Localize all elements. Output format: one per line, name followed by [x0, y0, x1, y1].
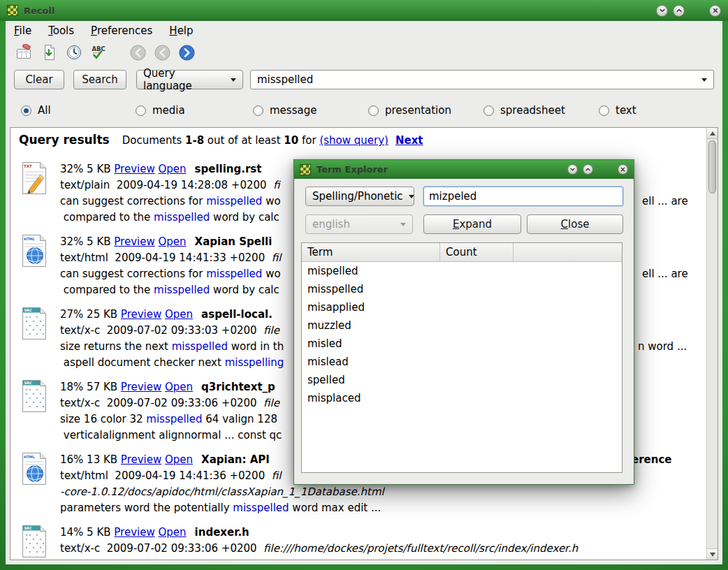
chevron-down-icon — [701, 78, 707, 82]
term-row[interactable]: misled — [302, 335, 622, 353]
open-link[interactable]: Open — [159, 163, 187, 175]
abstract-text: 64 valign 128 — [203, 413, 277, 425]
language-select[interactable]: english — [305, 214, 413, 234]
result-title: spelling.rst — [195, 163, 262, 175]
window-controls — [656, 5, 721, 17]
search-button[interactable]: Search — [73, 70, 126, 89]
result-meta: text/x-c 2009-07-02 09:33:06 +0200 file:… — [60, 541, 706, 557]
term-explorer-dialog: Term Explorer Spelling/Phonetic mizpeled… — [293, 159, 634, 485]
open-link[interactable]: Open — [165, 381, 193, 393]
close-icon[interactable] — [618, 164, 628, 175]
filter-all[interactable]: All — [21, 104, 51, 117]
radio-icon — [253, 105, 263, 116]
chevron-down-icon — [231, 78, 236, 82]
filter-text[interactable]: text — [599, 104, 636, 117]
term-row[interactable]: misapplied — [302, 298, 622, 316]
filter-spreadsheet[interactable]: spreadsheet — [483, 104, 565, 117]
filter-media[interactable]: media — [136, 104, 185, 117]
menu-file[interactable]: File — [14, 24, 31, 37]
svg-text:HTML: HTML — [24, 237, 36, 241]
match-term: misspelled — [146, 413, 202, 425]
term-input[interactable]: mizpeled — [423, 187, 623, 206]
close-icon[interactable] — [709, 5, 721, 17]
radio-icon — [599, 105, 609, 116]
chevron-down-icon — [400, 223, 406, 226]
term-row[interactable]: spelled — [302, 371, 622, 389]
recoll-logo-icon — [300, 164, 311, 175]
scroll-down-icon[interactable] — [707, 548, 718, 560]
result-abstract: -core-1.0.12/docs/apidoc/html/classXapia… — [60, 484, 706, 500]
svg-text:SRC: SRC — [24, 526, 32, 530]
language-value: english — [312, 218, 350, 231]
results-summary: Documents 1-8 out of at least 10 for (sh… — [122, 134, 423, 147]
open-link[interactable]: Open — [165, 453, 193, 466]
radio-icon — [483, 105, 494, 116]
term-row[interactable]: misplaced — [302, 389, 622, 407]
query-input-value: misspelled — [257, 73, 313, 86]
preview-link[interactable]: Preview — [114, 235, 154, 248]
clear-button[interactable]: Clear — [14, 70, 64, 89]
preview-link[interactable]: Preview — [121, 453, 161, 466]
result-title: q3richtext_p — [201, 381, 275, 393]
preview-link[interactable]: Preview — [121, 381, 161, 393]
term-row[interactable]: mispelled — [302, 262, 622, 280]
clear-search-icon[interactable] — [14, 43, 33, 62]
column-header-count[interactable]: Count — [440, 243, 514, 261]
abstract-text: word by calc — [210, 211, 279, 224]
open-link[interactable]: Open — [159, 526, 187, 539]
results-scrollbar[interactable] — [706, 128, 718, 560]
file-type-src-icon: SRC — [20, 525, 48, 558]
next-page-icon[interactable] — [177, 43, 196, 62]
occluded-text-fragment: ell ... are — [642, 193, 688, 210]
menu-help[interactable]: Help — [169, 24, 193, 37]
expansion-mode-select[interactable]: Spelling/Phonetic — [305, 187, 414, 206]
scroll-up-icon[interactable] — [707, 128, 718, 139]
abstract-text: size 16 color 32 — [60, 413, 146, 425]
radio-icon — [368, 105, 379, 116]
mime-and-date: text/html 2009-04-19 14:41:36 +0200 — [60, 469, 272, 482]
show-query-link[interactable]: (show query) — [319, 134, 388, 147]
menu-preferences[interactable]: Preferences — [91, 24, 152, 37]
expand-button[interactable]: Expand — [423, 214, 521, 234]
open-link[interactable]: Open — [159, 235, 187, 248]
filter-presentation[interactable]: presentation — [368, 104, 451, 117]
open-link[interactable]: Open — [165, 308, 193, 321]
next-page-link[interactable]: Next — [395, 134, 423, 147]
term-row[interactable]: muzzled — [302, 316, 622, 335]
shade-icon[interactable] — [656, 5, 668, 17]
column-header-term[interactable]: Term — [302, 243, 440, 261]
query-input[interactable]: misspelled — [250, 70, 714, 89]
prev-page-icon[interactable] — [153, 43, 172, 62]
result-url: fil — [272, 251, 282, 264]
term-row[interactable]: mislead — [302, 353, 622, 371]
menu-tools[interactable]: Tools — [48, 24, 74, 37]
toolbar: ABC — [6, 41, 722, 64]
shade-icon[interactable] — [567, 164, 578, 175]
relevance-size: 32% 5 KB — [60, 163, 114, 175]
term-explorer-icon[interactable]: ABC — [89, 43, 108, 62]
maximize-icon[interactable] — [583, 164, 593, 175]
first-page-icon[interactable] — [129, 43, 147, 62]
scrollbar-thumb[interactable] — [708, 140, 716, 193]
close-button[interactable]: Close — [527, 214, 623, 234]
match-term: misspelling — [225, 356, 284, 369]
filter-label: All — [38, 104, 51, 117]
preview-link[interactable]: Preview — [114, 526, 154, 539]
preview-link[interactable]: Preview — [114, 163, 154, 175]
occluded-text-fragment: ell ... are — [642, 266, 688, 282]
radio-icon — [136, 105, 146, 116]
preview-link[interactable]: Preview — [121, 308, 161, 321]
result-url: file:///home/dockes/projets/fulltext/rec… — [263, 542, 578, 555]
occluded-text-fragment: n word ... — [638, 339, 687, 355]
radio-icon — [21, 105, 31, 116]
dialog-titlebar[interactable]: Term Explorer — [294, 160, 634, 179]
recoll-logo-icon — [7, 5, 18, 16]
maximize-icon[interactable] — [673, 5, 685, 17]
save-query-icon[interactable] — [39, 43, 58, 62]
filter-message[interactable]: message — [253, 104, 316, 117]
query-mode-select[interactable]: Query language — [136, 70, 243, 89]
window-titlebar[interactable]: Recoll — [0, 0, 728, 21]
term-cell: spelled — [302, 374, 440, 386]
term-row[interactable]: misspelled — [302, 280, 622, 298]
query-history-icon[interactable] — [64, 43, 83, 62]
